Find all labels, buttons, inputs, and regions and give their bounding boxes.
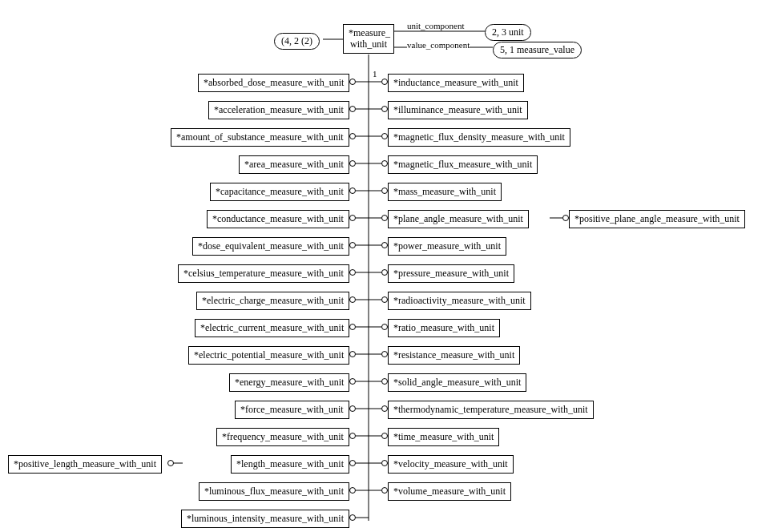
subtype-ratio-measure-with-unit: *ratio_measure_with_unit	[388, 319, 500, 337]
subtype-magnetic-flux-measure-with-unit: *magnetic_flux_measure_with_unit	[388, 155, 538, 174]
root-entity-measure-with-unit: *measure_with_unit	[343, 24, 394, 54]
subtype-label: *power_measure_with_unit	[393, 240, 501, 252]
subtype-label: *area_measure_with_unit	[244, 159, 344, 170]
subtype-label: *frequency_measure_with_unit	[222, 431, 344, 442]
supertype-port-icon	[381, 296, 388, 303]
attr-label-unit-component: unit_component	[407, 21, 465, 30]
attr-pill-unit: 2, 3 unit	[485, 24, 531, 41]
supertype-port-icon	[349, 433, 356, 439]
subtype-electric-potential-measure-with-unit: *electric_potential_measure_with_unit	[188, 346, 349, 365]
subtype-electric-charge-measure-with-unit: *electric_charge_measure_with_unit	[196, 292, 349, 310]
supertype-port-icon	[349, 269, 356, 276]
subtype-label: *pressure_measure_with_unit	[393, 268, 509, 279]
subtype-label: *electric_charge_measure_with_unit	[202, 295, 344, 306]
supertype-port-icon	[349, 378, 356, 385]
supertype-port-icon	[349, 215, 356, 221]
supertype-port-icon	[349, 351, 356, 357]
subtype-solid-angle-measure-with-unit: *solid_angle_measure_with_unit	[388, 373, 526, 392]
supertype-port-icon	[381, 433, 388, 439]
supertype-port-icon	[349, 79, 356, 85]
subtype-pressure-measure-with-unit: *pressure_measure_with_unit	[388, 264, 514, 283]
subtype-label: *resistance_measure_with_unit	[393, 349, 514, 361]
subtype-label: *velocity_measure_with_unit	[393, 458, 508, 470]
subtype-luminous-intensity-measure-with-unit: *luminous_intensity_measure_with_unit	[181, 510, 349, 528]
subtype-label: *energy_measure_with_unit	[235, 377, 344, 388]
subtype-label: *amount_of_substance_measure_with_unit	[176, 131, 344, 143]
subtype-energy-measure-with-unit: *energy_measure_with_unit	[229, 373, 349, 392]
subtype-magnetic-flux-density-measure-with-unit: *magnetic_flux_density_measure_with_unit	[388, 128, 570, 147]
supertype-port-icon	[381, 106, 388, 112]
constraint-pill: (4, 2 (2)	[274, 33, 320, 50]
attr-pill-value: 5, 1 measure_value	[493, 42, 582, 58]
subtype-amount-of-substance-measure-with-unit: *amount_of_substance_measure_with_unit	[171, 128, 349, 147]
subtype-acceleration-measure-with-unit: *acceleration_measure_with_unit	[208, 101, 349, 119]
supertype-port-icon	[381, 324, 388, 330]
subtype-label: *time_measure_with_unit	[393, 431, 494, 442]
subtype-plane-angle-measure-with-unit: *plane_angle_measure_with_unit	[388, 210, 529, 228]
subtype-label: *ratio_measure_with_unit	[393, 322, 494, 333]
subtype-label: *radioactivity_measure_with_unit	[393, 295, 526, 306]
subtype-label: *acceleration_measure_with_unit	[214, 104, 344, 115]
subtype-power-measure-with-unit: *power_measure_with_unit	[388, 237, 506, 256]
supertype-port-icon	[381, 487, 388, 494]
subtype-positive-plane-angle-measure-with-unit: *positive_plane_angle_measure_with_unit	[569, 210, 745, 228]
trunk-cardinality: 1	[373, 69, 377, 79]
subtype-label: *electric_current_measure_with_unit	[200, 322, 344, 333]
supertype-port-icon	[349, 187, 356, 194]
subtype-radioactivity-measure-with-unit: *radioactivity_measure_with_unit	[388, 292, 531, 310]
subtype-label: *luminous_intensity_measure_with_unit	[187, 513, 344, 524]
subtype-conductance-measure-with-unit: *conductance_measure_with_unit	[207, 210, 349, 228]
root-entity-label: *measure_with_unit	[349, 27, 390, 50]
attr-pill-unit-label: 2, 3 unit	[492, 26, 524, 38]
supertype-port-icon	[167, 460, 174, 466]
supertype-port-icon	[381, 269, 388, 276]
subtype-dose-equivalent-measure-with-unit: *dose_equivalent_measure_with_unit	[192, 237, 349, 256]
subtype-label: *positive_plane_angle_measure_with_unit	[574, 213, 740, 224]
attr-pill-value-label: 5, 1 measure_value	[500, 44, 574, 55]
subtype-area-measure-with-unit: *area_measure_with_unit	[239, 155, 349, 174]
subtype-luminous-flux-measure-with-unit: *luminous_flux_measure_with_unit	[199, 482, 349, 501]
subtype-absorbed-dose-measure-with-unit: *absorbed_dose_measure_with_unit	[198, 74, 349, 92]
supertype-port-icon	[349, 106, 356, 112]
subtype-electric-current-measure-with-unit: *electric_current_measure_with_unit	[195, 319, 349, 337]
subtype-length-measure-with-unit: *length_measure_with_unit	[231, 455, 349, 474]
subtype-mass-measure-with-unit: *mass_measure_with_unit	[388, 183, 502, 201]
subtype-label: *length_measure_with_unit	[236, 458, 344, 470]
supertype-port-icon	[381, 351, 388, 357]
subtype-label: *illuminance_measure_with_unit	[393, 104, 522, 115]
supertype-port-icon	[349, 296, 356, 303]
subtype-label: *dose_equivalent_measure_with_unit	[198, 240, 344, 252]
subtype-inductance-measure-with-unit: *inductance_measure_with_unit	[388, 74, 524, 92]
subtype-celsius-temperature-measure-with-unit: *celsius_temperature_measure_with_unit	[178, 264, 349, 283]
subtype-time-measure-with-unit: *time_measure_with_unit	[388, 428, 499, 446]
supertype-port-icon	[562, 215, 569, 221]
subtype-label: *luminous_flux_measure_with_unit	[204, 486, 344, 497]
supertype-port-icon	[381, 160, 388, 167]
subtype-thermodynamic-temperature-measure-with-unit: *thermodynamic_temperature_measure_with_…	[388, 401, 594, 419]
supertype-port-icon	[381, 187, 388, 194]
subtype-label: *capacitance_measure_with_unit	[216, 186, 344, 197]
supertype-port-icon	[349, 160, 356, 167]
subtype-label: *magnetic_flux_measure_with_unit	[393, 159, 532, 170]
subtype-positive-length-measure-with-unit: *positive_length_measure_with_unit	[8, 455, 162, 474]
subtype-resistance-measure-with-unit: *resistance_measure_with_unit	[388, 346, 520, 365]
subtype-volume-measure-with-unit: *volume_measure_with_unit	[388, 482, 511, 501]
subtype-label: *thermodynamic_temperature_measure_with_…	[393, 404, 588, 415]
supertype-port-icon	[349, 133, 356, 139]
subtype-capacitance-measure-with-unit: *capacitance_measure_with_unit	[210, 183, 349, 201]
subtype-frequency-measure-with-unit: *frequency_measure_with_unit	[216, 428, 349, 446]
subtype-label: *inductance_measure_with_unit	[393, 77, 518, 88]
subtype-label: *mass_measure_with_unit	[393, 186, 496, 197]
subtype-label: *volume_measure_with_unit	[393, 486, 506, 497]
subtype-label: *positive_length_measure_with_unit	[14, 458, 156, 470]
supertype-port-icon	[381, 405, 388, 412]
supertype-port-icon	[349, 460, 356, 466]
supertype-port-icon	[349, 324, 356, 330]
subtype-label: *plane_angle_measure_with_unit	[393, 213, 523, 224]
subtype-label: *solid_angle_measure_with_unit	[393, 377, 521, 388]
supertype-port-icon	[349, 514, 356, 521]
attr-label-value-component: value_component	[407, 40, 470, 50]
supertype-port-icon	[381, 215, 388, 221]
supertype-port-icon	[349, 487, 356, 494]
supertype-port-icon	[381, 133, 388, 139]
